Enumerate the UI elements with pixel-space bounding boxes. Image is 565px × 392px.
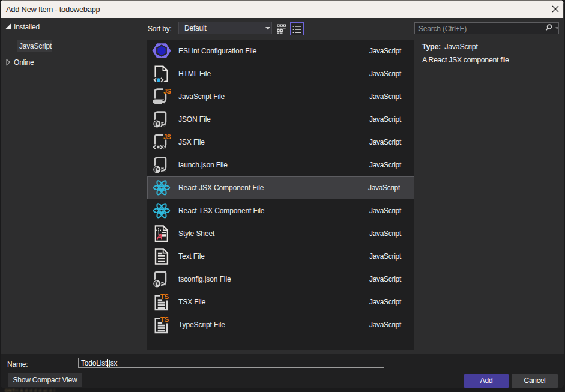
svg-text:TS: TS <box>160 293 169 300</box>
svg-text:TS: TS <box>160 316 169 323</box>
svg-text:JS: JS <box>163 88 171 95</box>
svg-text:JS: JS <box>163 133 171 140</box>
